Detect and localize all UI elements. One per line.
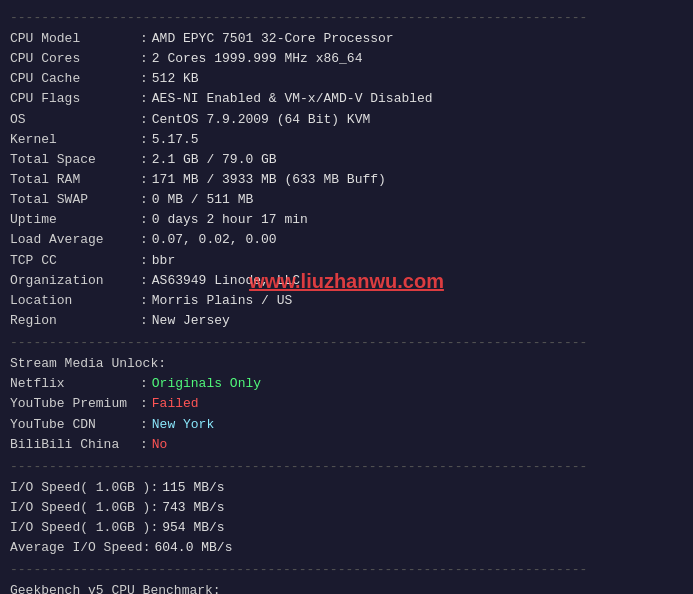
value-location: Morris Plains / US bbox=[152, 291, 292, 311]
row-avg-io: Average I/O Speed : 604.0 MB/s bbox=[10, 538, 683, 558]
row-tcp-cc: TCP CC : bbr bbox=[10, 251, 683, 271]
io-section: I/O Speed( 1.0GB ) : 115 MB/s I/O Speed(… bbox=[10, 478, 683, 559]
row-location: Location : Morris Plains / US bbox=[10, 291, 683, 311]
value-kernel: 5.17.5 bbox=[152, 130, 199, 150]
label-avg-io: Average I/O Speed bbox=[10, 538, 143, 558]
row-organization: Organization : AS63949 Linode, LLC bbox=[10, 271, 683, 291]
value-youtube-premium: Failed bbox=[152, 394, 199, 414]
row-bilibili: BiliBili China : No bbox=[10, 435, 683, 455]
label-organization: Organization bbox=[10, 271, 140, 291]
label-io-2: I/O Speed( 1.0GB ) bbox=[10, 498, 150, 518]
row-geekbench-title: Geekbench v5 CPU Benchmark: bbox=[10, 581, 683, 594]
row-io-3: I/O Speed( 1.0GB ) : 954 MB/s bbox=[10, 518, 683, 538]
value-total-space: 2.1 GB / 79.0 GB bbox=[152, 150, 277, 170]
row-uptime: Uptime : 0 days 2 hour 17 min bbox=[10, 210, 683, 230]
value-region: New Jersey bbox=[152, 311, 230, 331]
label-geekbench-title: Geekbench v5 CPU Benchmark: bbox=[10, 581, 221, 594]
row-kernel: Kernel : 5.17.5 bbox=[10, 130, 683, 150]
value-load-average: 0.07, 0.02, 0.00 bbox=[152, 230, 277, 250]
row-cpu-cache: CPU Cache : 512 KB bbox=[10, 69, 683, 89]
label-youtube-premium: YouTube Premium bbox=[10, 394, 140, 414]
row-io-2: I/O Speed( 1.0GB ) : 743 MB/s bbox=[10, 498, 683, 518]
value-total-swap: 0 MB / 511 MB bbox=[152, 190, 253, 210]
row-total-swap: Total SWAP : 0 MB / 511 MB bbox=[10, 190, 683, 210]
divider-2: ----------------------------------------… bbox=[10, 459, 683, 474]
value-bilibili: No bbox=[152, 435, 168, 455]
label-total-space: Total Space bbox=[10, 150, 140, 170]
divider-top: ----------------------------------------… bbox=[10, 10, 683, 25]
value-total-ram: 171 MB / 3933 MB (633 MB Buff) bbox=[152, 170, 386, 190]
label-cpu-cache: CPU Cache bbox=[10, 69, 140, 89]
divider-3: ----------------------------------------… bbox=[10, 562, 683, 577]
value-uptime: 0 days 2 hour 17 min bbox=[152, 210, 308, 230]
label-region: Region bbox=[10, 311, 140, 331]
label-cpu-model: CPU Model bbox=[10, 29, 140, 49]
row-youtube-premium: YouTube Premium : Failed bbox=[10, 394, 683, 414]
label-youtube-cdn: YouTube CDN bbox=[10, 415, 140, 435]
value-cpu-cores: 2 Cores 1999.999 MHz x86_64 bbox=[152, 49, 363, 69]
geekbench-section: Geekbench v5 CPU Benchmark: Single Core … bbox=[10, 581, 683, 594]
system-section: CPU Model : AMD EPYC 7501 32-Core Proces… bbox=[10, 29, 683, 331]
row-total-space: Total Space : 2.1 GB / 79.0 GB bbox=[10, 150, 683, 170]
label-stream-title: Stream Media Unlock bbox=[10, 354, 158, 374]
value-cpu-model: AMD EPYC 7501 32-Core Processor bbox=[152, 29, 394, 49]
row-total-ram: Total RAM : 171 MB / 3933 MB (633 MB Buf… bbox=[10, 170, 683, 190]
row-load-average: Load Average : 0.07, 0.02, 0.00 bbox=[10, 230, 683, 250]
value-youtube-cdn: New York bbox=[152, 415, 214, 435]
main-container: ----------------------------------------… bbox=[10, 10, 683, 594]
label-cpu-flags: CPU Flags bbox=[10, 89, 140, 109]
label-io-1: I/O Speed( 1.0GB ) bbox=[10, 478, 150, 498]
media-section: Stream Media Unlock : Netflix : Original… bbox=[10, 354, 683, 455]
value-tcp-cc: bbr bbox=[152, 251, 175, 271]
row-cpu-model: CPU Model : AMD EPYC 7501 32-Core Proces… bbox=[10, 29, 683, 49]
row-cpu-flags: CPU Flags : AES-NI Enabled & VM-x/AMD-V … bbox=[10, 89, 683, 109]
row-netflix: Netflix : Originals Only bbox=[10, 374, 683, 394]
label-bilibili: BiliBili China bbox=[10, 435, 140, 455]
value-os: CentOS 7.9.2009 (64 Bit) KVM bbox=[152, 110, 370, 130]
row-youtube-cdn: YouTube CDN : New York bbox=[10, 415, 683, 435]
row-stream-title: Stream Media Unlock : bbox=[10, 354, 683, 374]
label-os: OS bbox=[10, 110, 140, 130]
label-tcp-cc: TCP CC bbox=[10, 251, 140, 271]
row-os: OS : CentOS 7.9.2009 (64 Bit) KVM bbox=[10, 110, 683, 130]
row-region: Region : New Jersey bbox=[10, 311, 683, 331]
divider-1: ----------------------------------------… bbox=[10, 335, 683, 350]
label-load-average: Load Average bbox=[10, 230, 140, 250]
label-location: Location bbox=[10, 291, 140, 311]
value-io-3: 954 MB/s bbox=[162, 518, 224, 538]
label-kernel: Kernel bbox=[10, 130, 140, 150]
label-total-ram: Total RAM bbox=[10, 170, 140, 190]
row-cpu-cores: CPU Cores : 2 Cores 1999.999 MHz x86_64 bbox=[10, 49, 683, 69]
label-total-swap: Total SWAP bbox=[10, 190, 140, 210]
value-organization: AS63949 Linode, LLC bbox=[152, 271, 300, 291]
row-io-1: I/O Speed( 1.0GB ) : 115 MB/s bbox=[10, 478, 683, 498]
label-io-3: I/O Speed( 1.0GB ) bbox=[10, 518, 150, 538]
value-avg-io: 604.0 MB/s bbox=[154, 538, 232, 558]
label-netflix: Netflix bbox=[10, 374, 140, 394]
value-netflix: Originals Only bbox=[152, 374, 261, 394]
value-cpu-cache: 512 KB bbox=[152, 69, 199, 89]
value-io-1: 115 MB/s bbox=[162, 478, 224, 498]
value-io-2: 743 MB/s bbox=[162, 498, 224, 518]
value-cpu-flags: AES-NI Enabled & VM-x/AMD-V Disabled bbox=[152, 89, 433, 109]
label-cpu-cores: CPU Cores bbox=[10, 49, 140, 69]
label-uptime: Uptime bbox=[10, 210, 140, 230]
